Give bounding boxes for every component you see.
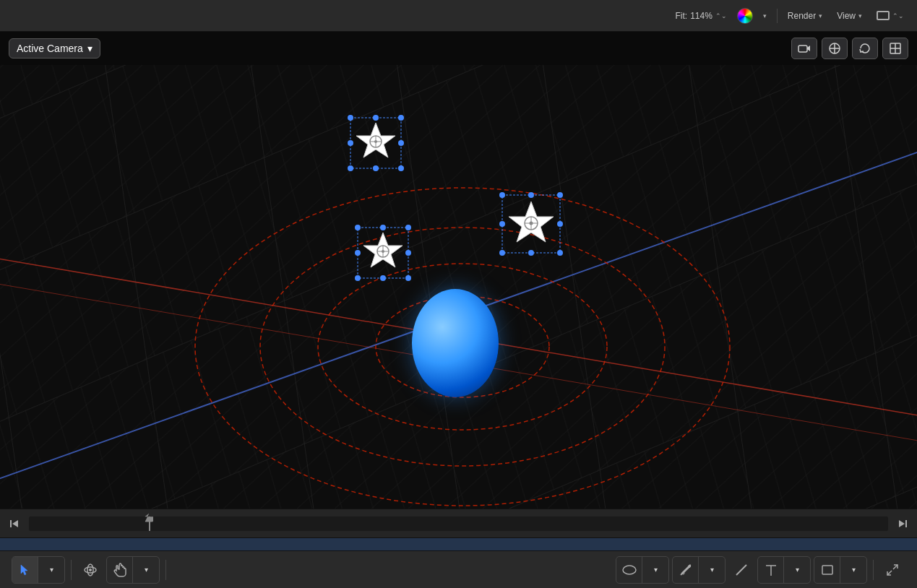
svg-point-39 xyxy=(405,250,411,256)
svg-point-34 xyxy=(405,225,411,230)
aspect-control[interactable]: ⌃⌄ xyxy=(872,9,908,22)
hand-tool-group: ▾ xyxy=(106,556,160,584)
svg-point-37 xyxy=(405,275,411,281)
svg-point-49 xyxy=(499,250,505,256)
svg-point-20 xyxy=(398,115,404,121)
select-tool-group: ▾ xyxy=(12,556,65,584)
shapes-tool-group: ▾ xyxy=(814,556,867,584)
text-tool-group: ▾ xyxy=(757,556,811,584)
viewport-buttons xyxy=(791,38,908,59)
svg-point-47 xyxy=(528,192,534,198)
pencil-tool-btn[interactable] xyxy=(728,557,754,583)
ellipse-icon xyxy=(622,564,637,576)
viewport-container: Active Camera ▾ xyxy=(0,32,917,509)
svg-point-51 xyxy=(557,250,563,256)
canvas-3d[interactable] xyxy=(0,65,917,509)
tools-bar: ▾ ▾ ▾ xyxy=(0,550,917,588)
fit-control[interactable]: Fit: 114% ⌃⌄ xyxy=(671,9,731,23)
grid-background xyxy=(0,65,917,509)
star-object-3[interactable] xyxy=(499,191,564,259)
pen-dropdown-btn[interactable]: ▾ xyxy=(699,557,725,583)
camera-chevron: ▾ xyxy=(87,43,92,54)
shapes-chevron: ▾ xyxy=(852,566,856,574)
camera-view-btn[interactable] xyxy=(791,38,817,59)
svg-point-67 xyxy=(623,566,636,574)
svg-point-24 xyxy=(348,140,353,146)
star-shape-3 xyxy=(499,191,564,256)
hand-tool-btn[interactable] xyxy=(107,557,133,583)
color-swatch[interactable] xyxy=(737,8,753,24)
top-toolbar: Fit: 114% ⌃⌄ ▾ Render ▾ View ▾ ⌃⌄ xyxy=(0,0,917,32)
ellipse-chevron: ▾ xyxy=(654,566,658,574)
svg-point-22 xyxy=(373,165,379,171)
orbit-icon xyxy=(83,563,98,577)
tool-divider-2 xyxy=(165,560,166,580)
camera-icon xyxy=(798,43,811,53)
render-chevron: ▾ xyxy=(819,12,822,20)
view-dropdown[interactable]: View ▾ xyxy=(832,9,866,23)
toolbar-divider-1 xyxy=(777,9,778,23)
camera-dropdown[interactable]: Active Camera ▾ xyxy=(9,38,100,59)
rotate-icon xyxy=(858,42,871,55)
star-shape-2 xyxy=(354,224,412,285)
text-dropdown-btn[interactable]: ▾ xyxy=(784,557,810,583)
scrubber-bar[interactable] xyxy=(0,537,917,550)
text-chevron: ▾ xyxy=(796,566,799,574)
scrubber-fill xyxy=(0,538,917,550)
fit-value: 114% xyxy=(690,11,712,21)
fit-label: Fit: xyxy=(675,11,687,21)
select-chevron: ▾ xyxy=(50,566,53,574)
render-label: Render xyxy=(788,11,816,21)
svg-point-50 xyxy=(528,250,534,256)
rotate-view-btn[interactable] xyxy=(852,38,878,59)
view-label: View xyxy=(837,11,856,21)
svg-line-75 xyxy=(887,571,892,575)
timeline-end-btn[interactable] xyxy=(894,515,911,532)
select-tool-btn[interactable] xyxy=(12,557,38,583)
svg-point-38 xyxy=(355,250,361,256)
svg-point-23 xyxy=(398,165,404,171)
shapes-dropdown-btn[interactable]: ▾ xyxy=(840,557,866,583)
svg-point-36 xyxy=(380,275,386,281)
view-chevron: ▾ xyxy=(858,12,862,20)
color-chevron: ▾ xyxy=(763,12,767,20)
hand-dropdown-btn[interactable]: ▾ xyxy=(133,557,159,583)
star-object-1[interactable] xyxy=(347,114,405,175)
expand-btn[interactable] xyxy=(879,557,905,583)
svg-point-19 xyxy=(373,115,379,121)
svg-point-21 xyxy=(348,165,353,171)
star-shape-1 xyxy=(347,114,405,172)
pen-tool-btn[interactable] xyxy=(673,557,699,583)
svg-point-33 xyxy=(380,225,386,230)
orbit-tool-btn[interactable] xyxy=(77,557,103,583)
text-tool-btn[interactable] xyxy=(758,557,784,583)
select-arrow-icon xyxy=(20,564,31,576)
camera-label: Active Camera xyxy=(17,43,83,54)
tool-divider-3 xyxy=(873,560,874,580)
fit-chevron: ⌃⌄ xyxy=(715,12,727,20)
select-dropdown-btn[interactable]: ▾ xyxy=(38,557,64,583)
timeline-start-btn[interactable] xyxy=(6,515,23,532)
svg-point-48 xyxy=(557,192,563,198)
svg-rect-0 xyxy=(798,46,807,52)
color-dropdown-btn[interactable]: ▾ xyxy=(759,10,771,22)
ellipse-dropdown-btn[interactable]: ▾ xyxy=(642,557,668,583)
shapes-tool-btn[interactable] xyxy=(814,557,840,583)
shapes-icon xyxy=(821,564,834,576)
ellipse-tool-btn[interactable] xyxy=(616,557,642,583)
render-dropdown[interactable]: Render ▾ xyxy=(783,9,827,23)
layout-icon xyxy=(889,42,902,55)
layout-view-btn[interactable] xyxy=(882,38,908,59)
timeline-start-icon xyxy=(9,519,20,529)
move-view-btn[interactable] xyxy=(822,38,848,59)
pen-chevron: ▾ xyxy=(710,566,714,574)
tool-divider-1 xyxy=(71,560,72,580)
star-object-2[interactable] xyxy=(354,224,412,288)
timeline-bar xyxy=(0,509,917,537)
svg-point-30 xyxy=(374,140,377,143)
aspect-icon xyxy=(877,11,890,20)
text-icon xyxy=(765,563,777,576)
svg-point-32 xyxy=(355,225,361,230)
svg-point-66 xyxy=(89,568,92,571)
svg-rect-9 xyxy=(0,65,917,509)
